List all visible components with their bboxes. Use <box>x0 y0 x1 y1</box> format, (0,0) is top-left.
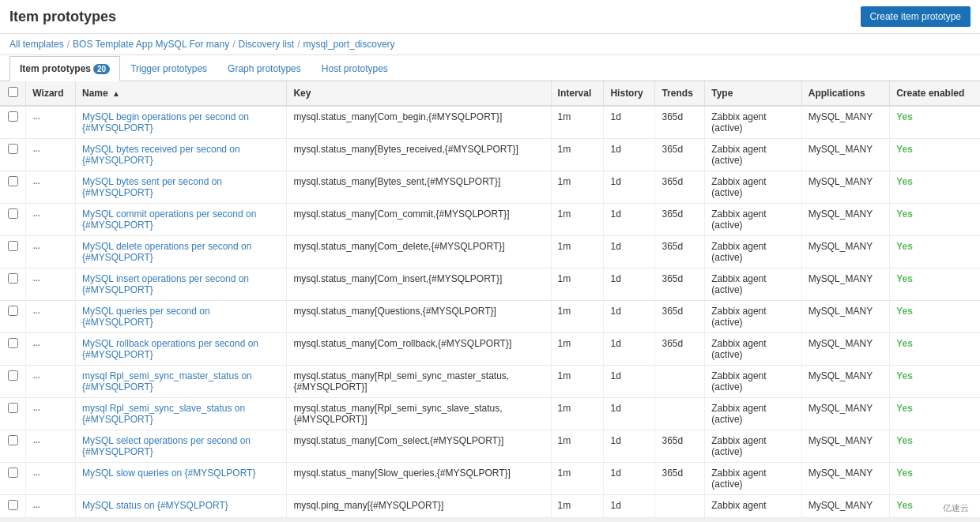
row-interval-cell: 1m <box>551 366 604 398</box>
item-prototypes-table: Wizard Name ▲ Key Interval History Trend… <box>0 81 980 518</box>
item-prototypes-table-container: Wizard Name ▲ Key Interval History Trend… <box>0 81 980 518</box>
row-enabled-link[interactable]: Yes <box>896 241 913 252</box>
row-checkbox-2[interactable] <box>8 176 18 186</box>
row-trends-cell <box>655 398 705 430</box>
row-type-cell: Zabbix agent (active) <box>705 430 802 463</box>
row-name-link[interactable]: MySQL queries per second on {#MYSQLPORT} <box>82 306 210 328</box>
row-dots-icon[interactable]: ··· <box>32 273 40 286</box>
table-header-row: Wizard Name ▲ Key Interval History Trend… <box>0 81 980 106</box>
row-enabled-link[interactable]: Yes <box>896 403 913 414</box>
row-dots-icon[interactable]: ··· <box>32 468 40 480</box>
row-checkbox-3[interactable] <box>8 208 18 219</box>
row-name-link[interactable]: MySQL insert operations per second on {#… <box>82 273 249 295</box>
row-checkbox-11[interactable] <box>8 468 18 478</box>
row-name-cell: MySQL slow queries on {#MYSQLPORT} <box>76 463 287 495</box>
row-apps-cell: MySQL_MANY <box>801 495 889 518</box>
row-checkbox-10[interactable] <box>8 435 18 445</box>
row-name-link[interactable]: MySQL bytes sent per second on {#MYSQLPO… <box>82 176 222 198</box>
row-dots-icon[interactable]: ··· <box>32 111 40 124</box>
row-enabled-link[interactable]: Yes <box>896 111 913 122</box>
row-trends-cell <box>655 495 705 518</box>
table-row: ··· MySQL delete operations per second o… <box>0 236 980 269</box>
row-enabled-cell: Yes <box>890 236 980 269</box>
row-enabled-link[interactable]: Yes <box>896 500 913 511</box>
row-name-link[interactable]: MySQL delete operations per second on {#… <box>82 241 251 263</box>
row-checkbox-1[interactable] <box>8 144 18 154</box>
row-name-link[interactable]: MySQL bytes received per second on {#MYS… <box>82 144 240 166</box>
tab-item-prototypes[interactable]: Item prototypes20 <box>9 56 120 81</box>
row-enabled-link[interactable]: Yes <box>896 144 913 155</box>
breadcrumb-mysql-port-discovery[interactable]: mysql_port_discovery <box>303 39 395 50</box>
tab-graph-prototypes[interactable]: Graph prototypes <box>217 56 311 81</box>
row-name-link[interactable]: mysql Rpl_semi_sync_master_status on {#M… <box>82 370 252 392</box>
row-enabled-link[interactable]: Yes <box>896 208 913 220</box>
row-dots-icon[interactable]: ··· <box>32 403 40 415</box>
row-checkbox-cell <box>0 366 26 398</box>
row-enabled-cell: Yes <box>890 333 980 366</box>
row-wizard-cell: ··· <box>26 398 76 430</box>
row-checkbox-cell <box>0 139 26 171</box>
row-interval-cell: 1m <box>551 430 604 463</box>
row-dots-icon[interactable]: ··· <box>32 500 40 513</box>
row-enabled-link[interactable]: Yes <box>896 468 913 479</box>
row-dots-icon[interactable]: ··· <box>32 241 40 253</box>
row-checkbox-9[interactable] <box>8 403 18 413</box>
row-history-cell: 1d <box>604 366 655 398</box>
row-name-link[interactable]: MySQL rollback operations per second on … <box>82 338 258 360</box>
row-dots-icon[interactable]: ··· <box>32 144 40 156</box>
row-name-link[interactable]: mysql Rpl_semi_sync_slave_status on {#MY… <box>82 403 245 425</box>
row-history-cell: 1d <box>604 106 655 139</box>
row-enabled-link[interactable]: Yes <box>896 370 913 381</box>
row-enabled-link[interactable]: Yes <box>896 273 913 284</box>
row-name-cell: MySQL bytes received per second on {#MYS… <box>76 139 287 171</box>
tab-trigger-prototypes[interactable]: Trigger prototypes <box>120 56 217 81</box>
row-checkbox-4[interactable] <box>8 241 18 251</box>
row-dots-icon[interactable]: ··· <box>32 338 40 351</box>
row-checkbox-6[interactable] <box>8 306 18 316</box>
row-dots-icon[interactable]: ··· <box>32 306 40 318</box>
row-name-link[interactable]: MySQL status on {#MYSQLPORT} <box>82 500 228 511</box>
row-dots-icon[interactable]: ··· <box>32 370 40 383</box>
row-checkbox-cell <box>0 333 26 366</box>
row-name-cell: MySQL begin operations per second on {#M… <box>76 106 287 139</box>
row-name-link[interactable]: MySQL select operations per second on {#… <box>82 435 251 457</box>
row-dots-icon[interactable]: ··· <box>32 435 40 448</box>
row-enabled-link[interactable]: Yes <box>896 435 913 446</box>
row-key-cell: mysql.status_many[Slow_queries,{#MYSQLPO… <box>287 463 551 495</box>
row-name-cell: MySQL queries per second on {#MYSQLPORT} <box>76 301 287 333</box>
row-checkbox-0[interactable] <box>8 111 18 122</box>
row-enabled-link[interactable]: Yes <box>896 338 913 349</box>
row-checkbox-12[interactable] <box>8 500 18 510</box>
row-checkbox-cell <box>0 204 26 236</box>
row-interval-cell: 1m <box>551 204 604 236</box>
row-dots-icon[interactable]: ··· <box>32 208 40 221</box>
row-interval-cell: 1m <box>551 139 604 171</box>
breadcrumb-bos-template[interactable]: BOS Template App MySQL For many <box>73 39 229 50</box>
row-dots-icon[interactable]: ··· <box>32 176 40 189</box>
col-header-name[interactable]: Name ▲ <box>76 81 287 106</box>
row-key-cell: mysql.ping_many[{#MYSQLPORT}] <box>287 495 551 518</box>
row-name-link[interactable]: MySQL commit operations per second on {#… <box>82 208 256 231</box>
row-trends-cell: 365d <box>655 204 705 236</box>
row-name-link[interactable]: MySQL slow queries on {#MYSQLPORT} <box>82 468 255 479</box>
row-name-link[interactable]: MySQL begin operations per second on {#M… <box>82 111 249 133</box>
table-row: ··· MySQL status on {#MYSQLPORT} mysql.p… <box>0 495 980 518</box>
row-enabled-link[interactable]: Yes <box>896 306 913 317</box>
row-checkbox-7[interactable] <box>8 338 18 348</box>
breadcrumb-all-templates[interactable]: All templates <box>9 39 64 50</box>
breadcrumb-discovery-list[interactable]: Discovery list <box>238 39 294 50</box>
tab-host-prototypes[interactable]: Host prototypes <box>311 56 398 81</box>
row-checkbox-cell <box>0 398 26 430</box>
row-checkbox-8[interactable] <box>8 370 18 381</box>
row-checkbox-5[interactable] <box>8 273 18 284</box>
row-type-cell: Zabbix agent (active) <box>705 366 802 398</box>
select-all-checkbox[interactable] <box>8 87 18 97</box>
create-item-prototype-button[interactable]: Create item prototype <box>861 6 971 27</box>
row-wizard-cell: ··· <box>26 333 76 366</box>
col-header-wizard: Wizard <box>26 81 76 106</box>
row-interval-cell: 1m <box>551 106 604 139</box>
row-history-cell: 1d <box>604 204 655 236</box>
row-enabled-link[interactable]: Yes <box>896 176 913 187</box>
row-type-cell: Zabbix agent (active) <box>705 106 802 139</box>
row-interval-cell: 1m <box>551 171 604 204</box>
